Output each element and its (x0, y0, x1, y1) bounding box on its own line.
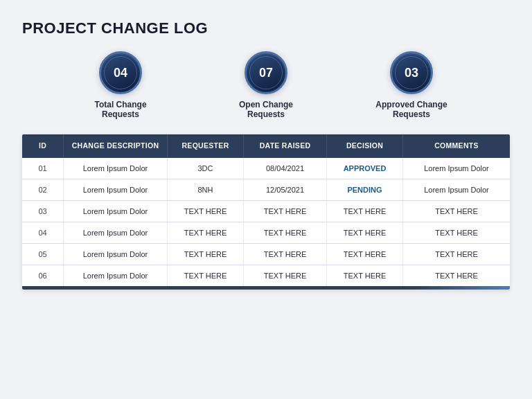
cell-requester: 3DC (168, 158, 244, 179)
cell-date: TEXT HERE (244, 222, 327, 243)
cell-description: Lorem Ipsum Dolor (64, 244, 168, 265)
table-row: 04Lorem Ipsum DolorTEXT HERETEXT HERETEX… (22, 222, 510, 244)
table-body: 01Lorem Ipsum Dolor3DC08/04/2021APPROVED… (22, 158, 510, 286)
table-row: 05Lorem Ipsum DolorTEXT HERETEXT HERETEX… (22, 244, 510, 265)
th-decision: DECISION (327, 134, 403, 158)
table-bottom-bar (22, 286, 510, 290)
cell-date: 12/05/2021 (244, 179, 327, 200)
stat-total: 04Total Change Requests (76, 51, 166, 119)
cell-description: Lorem Ipsum Dolor (64, 158, 168, 179)
cell-decision: TEXT HERE (327, 244, 403, 265)
stat-value-approved: 03 (405, 66, 418, 80)
th-change-description: CHANGE DESCRIPTION (64, 134, 168, 158)
stat-label-approved: Approved Change Requests (366, 100, 456, 119)
cell-comments: Lorem Ipsum Dolor (403, 179, 510, 200)
cell-comments: TEXT HERE (403, 222, 510, 243)
th-date-raised: DATE RAISED (244, 134, 327, 158)
cell-description: Lorem Ipsum Dolor (64, 201, 168, 222)
cell-id: 02 (22, 179, 64, 200)
stat-circle-approved: 03 (390, 51, 433, 94)
stat-value-open: 07 (259, 66, 273, 80)
table-row: 06Lorem Ipsum DolorTEXT HERETEXT HERETEX… (22, 265, 510, 286)
cell-decision: TEXT HERE (327, 265, 403, 286)
cell-date: TEXT HERE (244, 201, 327, 222)
cell-id: 05 (22, 244, 64, 265)
cell-comments: Lorem Ipsum Dolor (403, 158, 510, 179)
change-log-table: IDCHANGE DESCRIPTIONREQUESTERDATE RAISED… (22, 134, 510, 290)
cell-decision: TEXT HERE (327, 201, 403, 222)
stat-circle-total: 04 (99, 51, 142, 94)
cell-id: 06 (22, 265, 64, 286)
cell-requester: TEXT HERE (168, 265, 244, 286)
th-id: ID (22, 134, 64, 158)
stat-label-total: Total Change Requests (76, 100, 166, 119)
cell-date: TEXT HERE (244, 244, 327, 265)
cell-description: Lorem Ipsum Dolor (64, 222, 168, 243)
cell-requester: 8NH (168, 179, 244, 200)
table-row: 01Lorem Ipsum Dolor3DC08/04/2021APPROVED… (22, 158, 510, 179)
cell-decision: TEXT HERE (327, 222, 403, 243)
cell-requester: TEXT HERE (168, 244, 244, 265)
cell-requester: TEXT HERE (168, 222, 244, 243)
stat-approved: 03Approved Change Requests (366, 51, 456, 119)
cell-decision: APPROVED (327, 158, 403, 179)
stat-label-open: Open Change Requests (221, 100, 311, 119)
cell-comments: TEXT HERE (403, 244, 510, 265)
stat-open: 07Open Change Requests (221, 51, 311, 119)
stat-value-total: 04 (114, 66, 127, 80)
cell-date: 08/04/2021 (244, 158, 327, 179)
cell-description: Lorem Ipsum Dolor (64, 179, 168, 200)
cell-decision: PENDING (327, 179, 403, 200)
table-row: 02Lorem Ipsum Dolor8NH12/05/2021PENDINGL… (22, 179, 510, 201)
cell-id: 01 (22, 158, 64, 179)
table-header: IDCHANGE DESCRIPTIONREQUESTERDATE RAISED… (22, 134, 510, 158)
stat-circle-open: 07 (245, 51, 287, 94)
table-row: 03Lorem Ipsum DolorTEXT HERETEXT HERETEX… (22, 201, 510, 222)
th-comments: COMMENTS (403, 134, 510, 158)
cell-id: 04 (22, 222, 64, 243)
cell-date: TEXT HERE (244, 265, 327, 286)
cell-id: 03 (22, 201, 64, 222)
cell-description: Lorem Ipsum Dolor (64, 265, 168, 286)
page-title: PROJECT CHANGE LOG (22, 19, 510, 37)
cell-requester: TEXT HERE (168, 201, 244, 222)
cell-comments: TEXT HERE (403, 265, 510, 286)
cell-comments: TEXT HERE (403, 201, 510, 222)
stats-row: 04Total Change Requests07Open Change Req… (22, 51, 510, 119)
th-requester: REQUESTER (168, 134, 244, 158)
